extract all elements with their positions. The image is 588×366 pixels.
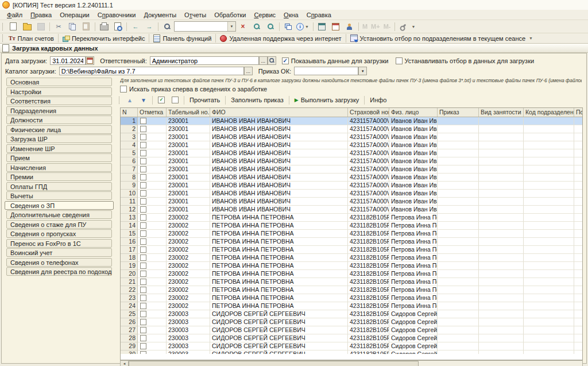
row-number-cell[interactable]: 27	[121, 326, 138, 334]
table-row[interactable]: 3230001ИВАНОВ ИВАН ИВАНОВИЧ4231157A000V.…	[121, 133, 582, 141]
cell[interactable]	[524, 133, 574, 141]
cell[interactable]: ИВАНОВ ИВАН ИВАНОВИЧ	[210, 133, 348, 141]
row-checkbox[interactable]	[140, 182, 146, 188]
table-row[interactable]: 9230001ИВАНОВ ИВАН ИВАНОВИЧ4231157A000V.…	[121, 182, 582, 190]
mark-cell[interactable]	[138, 190, 167, 198]
row-number-cell[interactable]: 25	[121, 310, 138, 318]
column-header-6[interactable]: Приказ	[438, 108, 479, 117]
cell[interactable]	[524, 310, 574, 318]
cell[interactable]	[524, 149, 574, 157]
print-preview-button[interactable]	[111, 21, 124, 33]
cell[interactable]: ПЕТРОВА ИННА ПЕТРОВНА	[210, 278, 348, 286]
mark-cell[interactable]	[138, 214, 167, 222]
cell[interactable]: 230002	[167, 246, 210, 254]
table-row[interactable]: 6230001ИВАНОВ ИВАН ИВАНОВИЧ4231157A000V.…	[121, 157, 582, 165]
row-checkbox[interactable]	[140, 295, 146, 301]
cell[interactable]	[479, 198, 524, 206]
cell[interactable]	[524, 125, 574, 133]
cell[interactable]	[574, 125, 582, 133]
row-checkbox[interactable]	[140, 335, 146, 341]
cell[interactable]	[438, 334, 479, 342]
cell[interactable]	[479, 117, 524, 125]
column-header-4[interactable]: Страховой ном..	[348, 108, 389, 117]
cell[interactable]: 4231157A000V..	[348, 190, 389, 198]
sidebar-tab-14[interactable]: Дополнительные сведения	[6, 210, 112, 219]
cell[interactable]: 4231182B105P..	[348, 286, 389, 294]
cell[interactable]	[438, 350, 479, 354]
table-row[interactable]: 27230003СИДОРОВ СЕРГЕЙ СЕРГЕЕВИЧ4231182B…	[121, 326, 582, 334]
cell[interactable]: Иванов Иван Ивано..	[389, 133, 438, 141]
mark-cell[interactable]	[138, 149, 167, 157]
row-number-cell[interactable]: 4	[121, 141, 138, 149]
cell[interactable]	[524, 302, 574, 310]
cell[interactable]	[479, 302, 524, 310]
service-toolbar-button-3[interactable]: Удаленная поддержка через интернет	[218, 33, 343, 44]
menu-item-9[interactable]: Справка	[303, 11, 335, 19]
cell[interactable]: ИВАНОВ ИВАН ИВАНОВИЧ	[210, 157, 348, 165]
cell[interactable]: ИВАНОВ ИВАН ИВАНОВИЧ	[210, 190, 348, 198]
new-document-button[interactable]	[7, 21, 20, 33]
windows-button[interactable]	[282, 21, 295, 33]
row-number-cell[interactable]: 22	[121, 286, 138, 294]
row-checkbox[interactable]	[140, 118, 146, 124]
cell[interactable]	[438, 174, 479, 182]
table-row[interactable]: 7230001ИВАНОВ ИВАН ИВАНОВИЧ4231157A000V.…	[121, 165, 582, 174]
cell[interactable]: 4231157A000V..	[348, 157, 389, 165]
cell[interactable]: ПЕТРОВА ИННА ПЕТРОВНА	[210, 222, 348, 230]
back-button[interactable]: ←	[129, 21, 142, 33]
row-number-cell[interactable]: 14	[121, 222, 138, 230]
cell[interactable]: 4231182B105P..	[348, 230, 389, 238]
row-checkbox[interactable]	[140, 214, 146, 221]
mark-cell[interactable]	[138, 270, 167, 278]
read-button[interactable]: Прочитать	[186, 95, 223, 106]
sidebar-tab-0[interactable]: Основная	[6, 78, 112, 86]
row-checkbox[interactable]	[140, 206, 146, 213]
cell[interactable]	[524, 157, 574, 165]
row-number-cell[interactable]: 17	[121, 246, 138, 254]
row-number-cell[interactable]: 28	[121, 334, 138, 342]
sidebar-tab-13[interactable]: Сведения о ЗП	[5, 201, 114, 210]
responsible-input[interactable]	[150, 56, 259, 65]
row-checkbox[interactable]	[140, 158, 146, 164]
toolbar-overflow-icon[interactable]: ▼	[529, 36, 533, 40]
cell[interactable]: 4231157A000V..	[348, 182, 389, 190]
table-row[interactable]: 10230001ИВАНОВ ИВАН ИВАНОВИЧ4231157A000V…	[121, 190, 582, 198]
cell[interactable]: 4231182B105P..	[348, 262, 389, 270]
cell[interactable]	[574, 254, 582, 262]
sidebar-tab-20[interactable]: Сведения для реестра по подоходному нало…	[6, 267, 112, 276]
column-header-1[interactable]: Отметка	[138, 108, 167, 117]
cell[interactable]: Иванов Иван Ивано..	[389, 206, 438, 214]
cell[interactable]: 230003	[167, 326, 210, 334]
cell[interactable]	[574, 246, 582, 254]
cell[interactable]	[574, 286, 582, 294]
cell[interactable]	[574, 222, 582, 230]
scrollbar-thumb[interactable]	[129, 361, 419, 366]
cell[interactable]: ИВАНОВ ИВАН ИВАНОВИЧ	[210, 206, 348, 214]
row-checkbox[interactable]	[140, 343, 146, 349]
row-number-cell[interactable]: 7	[121, 165, 138, 174]
cell[interactable]: Петрова Инна Петр..	[389, 278, 438, 286]
cell[interactable]	[574, 198, 582, 206]
cell[interactable]	[574, 238, 582, 246]
mark-cell[interactable]	[138, 133, 167, 141]
cell[interactable]	[438, 326, 479, 334]
cell[interactable]: Иванов Иван Ивано..	[389, 165, 438, 174]
mark-cell[interactable]	[138, 246, 167, 254]
cell[interactable]: 4231182B105P..	[348, 246, 389, 254]
order-dropdown-button[interactable]: ▼	[358, 67, 367, 75]
cell[interactable]: 4231182B105P..	[348, 214, 389, 222]
responsible-open-button[interactable]	[268, 56, 276, 65]
cell[interactable]: Петрова Инна Петр..	[389, 214, 438, 222]
copy-button[interactable]	[66, 21, 79, 33]
cell[interactable]	[479, 238, 524, 246]
cell[interactable]	[574, 342, 582, 350]
print-button[interactable]	[98, 21, 110, 33]
search-input[interactable]	[175, 22, 227, 31]
cell[interactable]: Петрова Инна Петр..	[389, 254, 438, 262]
cell[interactable]	[574, 141, 582, 149]
cell[interactable]: ПЕТРОВА ИННА ПЕТРОВНА	[210, 302, 348, 310]
cell[interactable]	[438, 278, 479, 286]
clear-search-button[interactable]: ×	[237, 21, 249, 33]
cell[interactable]	[438, 270, 479, 278]
table-row[interactable]: 25230003СИДОРОВ СЕРГЕЙ СЕРГЕЕВИЧ4231182B…	[121, 310, 582, 318]
